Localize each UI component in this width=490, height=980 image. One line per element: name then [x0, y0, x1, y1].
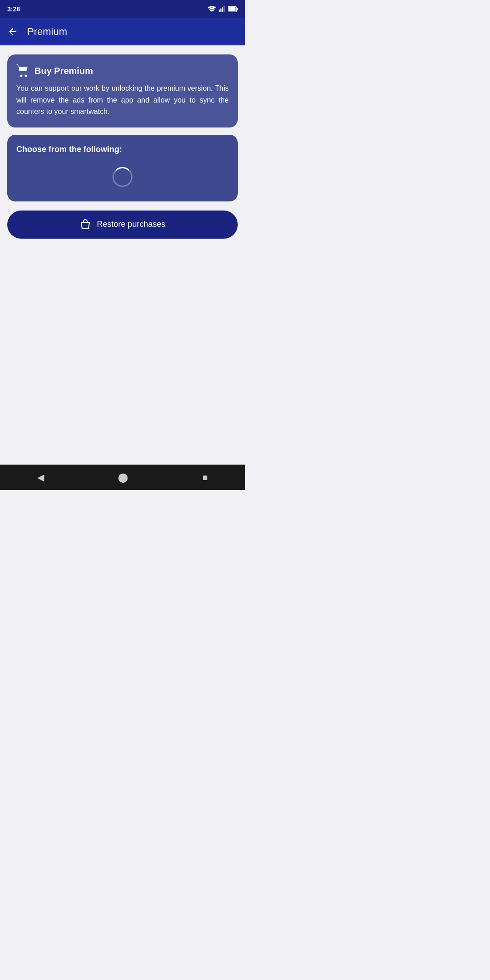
cart-icon	[16, 64, 30, 77]
svg-point-9	[25, 75, 27, 77]
status-time: 3:28	[7, 5, 20, 13]
main-content: Buy Premium You can support our work by …	[0, 45, 245, 465]
page-title: Premium	[27, 26, 67, 38]
choose-card: Choose from the following:	[7, 135, 238, 201]
svg-rect-7	[228, 7, 235, 11]
premium-card: Buy Premium You can support our work by …	[7, 54, 238, 127]
loading-spinner-container	[16, 162, 229, 191]
battery-icon	[228, 6, 238, 12]
wifi-icon	[208, 6, 216, 12]
shopping-bag-icon	[79, 219, 91, 230]
svg-rect-2	[220, 9, 222, 12]
svg-rect-6	[237, 8, 238, 10]
svg-point-8	[20, 75, 23, 77]
signal-icon	[219, 6, 225, 12]
restore-purchases-label: Restore purchases	[97, 220, 165, 229]
restore-purchases-button[interactable]: Restore purchases	[7, 211, 238, 239]
premium-card-body: You can support our work by unlocking th…	[16, 83, 229, 118]
loading-spinner	[113, 167, 132, 187]
svg-rect-4	[224, 6, 225, 12]
svg-point-0	[211, 11, 213, 12]
choose-title: Choose from the following:	[16, 145, 229, 154]
nav-home-button[interactable]: ⬤	[109, 468, 137, 486]
back-button[interactable]	[7, 26, 18, 37]
nav-back-button[interactable]: ◀	[28, 468, 53, 486]
nav-bar: ◀ ⬤ ■	[0, 465, 245, 490]
status-bar: 3:28	[0, 0, 245, 18]
svg-rect-3	[222, 7, 223, 12]
premium-card-header: Buy Premium	[16, 64, 229, 77]
status-icons	[208, 6, 238, 12]
app-bar: Premium	[0, 18, 245, 45]
premium-card-title: Buy Premium	[34, 66, 93, 76]
svg-rect-1	[219, 10, 220, 12]
nav-recents-button[interactable]: ■	[193, 469, 217, 486]
